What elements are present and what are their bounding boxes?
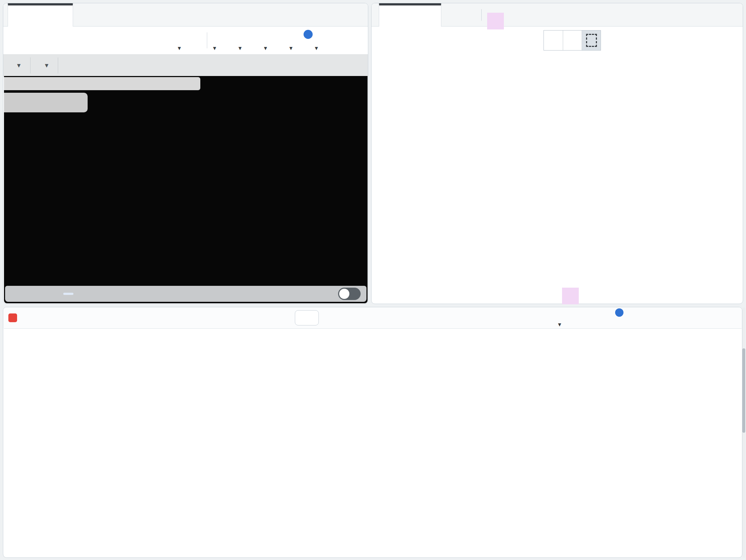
tab-coverage[interactable] [8,3,73,27]
add-column-icon[interactable] [658,311,671,324]
tab-active-chart[interactable] [379,3,441,27]
next-page-button[interactable] [332,312,343,323]
center-target-icon [242,32,258,48]
caret-down-icon: ▾ [558,321,561,328]
zoom-controls [4,93,88,112]
wcs-status-bar [5,286,366,302]
zoom-fit-icon[interactable] [48,95,62,110]
tab-separator [481,9,482,21]
table-toolbar: ▾ [562,307,737,328]
pin-icon[interactable] [476,33,490,48]
info-icon[interactable] [680,311,693,324]
image-toolbar: ▾ ▾ ▾ ▾ ▾ ▾ [3,27,368,54]
caret-down-icon: ▾ [289,45,293,51]
wcs-lock-toggle[interactable] [338,288,361,300]
hide-markers-icon[interactable] [68,58,82,73]
select-rectangle-icon [586,34,597,47]
prev-page-button[interactable] [277,312,288,323]
unlink-icon [318,32,334,48]
caret-down-icon: ▾ [178,45,181,51]
color-button[interactable]: ▾ [217,32,233,48]
layers-button[interactable]: ▾ [293,32,309,48]
tab-details[interactable] [442,3,480,27]
coverage-options-bar: ▾ ▾ [3,54,368,76]
chart-panel [371,3,743,304]
save-table-icon[interactable] [637,311,650,324]
chart-select-mode-button[interactable] [582,31,601,50]
tools-icon [181,32,197,48]
save-chart-icon[interactable] [631,33,646,48]
caret-down-icon: ▾ [213,45,216,51]
coverage-tabstrip [3,3,368,27]
scrollbar-thumb[interactable] [742,348,745,433]
layers-count-badge [303,29,313,40]
filter-button[interactable] [606,311,619,324]
caret-down-icon: ▾ [264,45,267,51]
inspect-button[interactable]: ▾ [562,311,575,325]
data-table [4,328,742,557]
gear-icon[interactable] [699,33,714,48]
gear-icon[interactable] [702,311,715,324]
caret-down-icon: ▾ [17,61,21,69]
annotation-badge-a [562,288,579,304]
toolbar-divider [207,32,207,48]
projection-dropdown[interactable]: ▾ [12,61,21,69]
clear-chart-filter-icon[interactable] [521,33,536,48]
zoom-original-icon[interactable] [609,33,623,48]
clear-filter-icon[interactable] [90,58,105,73]
external-link-icon[interactable] [11,288,23,300]
clear-table-filter-icon[interactable] [584,311,597,324]
chart-zoom-mode-button[interactable] [544,31,563,50]
refresh-icon[interactable] [654,33,669,48]
wcs-coords-label [63,293,73,295]
recenter-button[interactable]: ▾ [242,32,258,48]
sky-image[interactable] [4,76,368,303]
filter-icon[interactable] [677,33,691,48]
expand-icon[interactable] [344,32,360,48]
palette-icon [217,32,233,48]
chart-tabstrip [372,3,743,27]
select-region-button[interactable]: ▾ [268,32,284,48]
table-header-bar: ▾ [3,307,742,328]
table-color-bullet [8,313,17,322]
tools-button[interactable]: ▾ [181,32,197,48]
caret-down-icon: ▾ [238,45,242,51]
chart-toolbar [372,27,743,54]
caret-down-icon: ▾ [315,45,318,51]
coverage-panel: ▾ ▾ ▾ ▾ ▾ ▾ ▾ [3,3,368,304]
first-page-button[interactable] [260,312,271,323]
zoom-out-icon[interactable] [28,95,43,110]
microscope-icon [562,311,575,325]
zoom-in-icon[interactable] [8,95,23,110]
survey-label-bar [4,77,200,90]
zoom-fill-icon[interactable] [67,95,82,110]
scatter-plot[interactable] [372,57,742,307]
coord-system-dropdown[interactable]: ▾ [40,61,49,69]
options-divider [30,57,31,73]
expand-icon[interactable] [722,33,736,48]
zoom-in-icon [546,33,560,47]
last-page-button[interactable] [349,312,360,323]
add-chart-button[interactable] [379,32,395,48]
unlink-button[interactable]: ▾ [318,32,334,48]
annotation-badge-b [487,13,504,29]
chart-pan-mode-button[interactable] [563,31,582,50]
pagination [260,307,369,328]
page-scrollbar[interactable] [742,308,745,558]
table-panel: ▾ [3,307,742,558]
hand-pan-icon [566,33,579,47]
toggle-knob [339,289,349,299]
expand-icon[interactable] [724,311,737,324]
dashed-circle-icon [268,32,284,48]
caret-down-icon: ▾ [45,61,49,69]
chart-mode-group [544,30,601,51]
options-divider [58,57,58,73]
page-number-input[interactable] [295,310,319,325]
filter-count-badge [614,308,624,317]
hide-points-icon[interactable] [498,33,513,48]
